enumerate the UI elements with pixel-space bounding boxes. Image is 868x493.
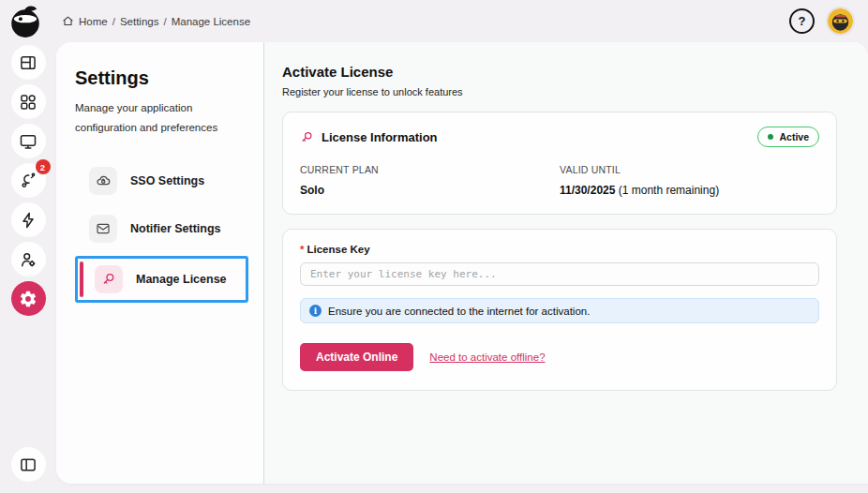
license-key-icon — [300, 130, 314, 144]
license-details: CURRENT PLAN Solo VALID UNTIL 11/30/2025… — [300, 164, 819, 197]
rail-collapse-button[interactable] — [11, 447, 46, 482]
valid-until-column: VALID UNTIL 11/30/2025 (1 month remainin… — [560, 164, 819, 197]
sidebar-item-label: Manage License — [136, 273, 227, 286]
license-key-label-row: * License Key — [300, 244, 819, 255]
current-plan-label: CURRENT PLAN — [300, 164, 560, 175]
sidebar-item-label: Notifier Settings — [130, 222, 221, 235]
activate-offline-link[interactable]: Need to activate offline? — [429, 351, 545, 363]
breadcrumb: Home / Settings / Manage License — [62, 15, 250, 27]
notification-badge: 2 — [36, 159, 51, 174]
monitor-icon — [19, 132, 37, 151]
activate-online-button[interactable]: Activate Online — [300, 343, 413, 371]
dashboard-layout-icon — [19, 53, 37, 72]
license-information-card: License Information Active CURRENT PLAN … — [282, 112, 837, 215]
sidebar-collapse-icon — [19, 456, 37, 474]
required-marker: * — [300, 244, 304, 255]
settings-sidebar: Settings Manage your application configu… — [56, 42, 264, 484]
sidebar-item-label: SSO Settings — [130, 174, 204, 187]
rail-automation-button[interactable] — [11, 202, 46, 237]
ninja-avatar-icon — [828, 8, 853, 34]
sidebar-item-sso-settings[interactable]: SSO Settings — [75, 160, 248, 202]
valid-until-label: VALID UNTIL — [560, 164, 819, 175]
user-gear-icon — [19, 250, 37, 269]
settings-title: Settings — [75, 67, 248, 89]
stethoscope-icon — [19, 172, 37, 190]
activation-card: * License Key i Ensure you are connected… — [282, 229, 837, 391]
breadcrumb-separator: / — [112, 16, 115, 27]
valid-until-note: (1 month remaining) — [619, 184, 719, 197]
page-title: Activate License — [282, 64, 837, 80]
content-area: Activate License Register your license t… — [264, 42, 868, 484]
rail-user-management-button[interactable] — [11, 242, 46, 276]
main-panel: Settings Manage your application configu… — [56, 42, 868, 484]
topbar-actions: ? — [789, 8, 853, 34]
question-mark-icon: ? — [799, 14, 806, 28]
sidebar-item-manage-license[interactable]: Manage License — [75, 256, 248, 303]
ninja-logo-icon — [7, 4, 43, 39]
activation-actions: Activate Online Need to activate offline… — [300, 343, 819, 373]
license-key-icon — [95, 265, 123, 293]
app-logo[interactable] — [7, 4, 43, 39]
current-plan-column: CURRENT PLAN Solo — [300, 164, 560, 197]
current-plan-value: Solo — [300, 184, 560, 197]
rail-devices-button[interactable] — [11, 124, 46, 158]
activation-info-text: Ensure you are connected to the internet… — [328, 306, 590, 317]
valid-until-value: 11/30/2025 (1 month remaining) — [560, 184, 819, 197]
top-bar: Home / Settings / Manage License ? — [0, 0, 868, 42]
home-icon — [62, 15, 74, 27]
rail-dashboard-button[interactable] — [11, 45, 46, 80]
status-label: Active — [779, 131, 809, 142]
rail-apps-button[interactable] — [11, 84, 46, 119]
settings-nav: SSO Settings Notifier Settings — [75, 160, 248, 303]
license-key-input[interactable] — [300, 262, 819, 286]
lightning-bolt-icon — [19, 211, 37, 230]
breadcrumb-manage-license: Manage License — [172, 16, 250, 27]
breadcrumb-separator: / — [163, 16, 166, 27]
page-subtitle: Register your license to unlock features — [282, 86, 837, 97]
license-information-header: License Information Active — [300, 127, 819, 147]
breadcrumb-settings[interactable]: Settings — [120, 16, 159, 27]
license-information-title: License Information — [322, 130, 438, 144]
settings-subtitle: Manage your application configuration an… — [75, 98, 234, 137]
mail-icon — [89, 215, 117, 243]
apps-grid-icon — [19, 93, 37, 112]
user-avatar[interactable] — [828, 8, 853, 34]
status-dot-icon — [768, 134, 773, 140]
sidebar-item-notifier-settings[interactable]: Notifier Settings — [75, 208, 248, 249]
valid-until-date: 11/30/2025 — [560, 184, 615, 197]
breadcrumb-home[interactable]: Home — [79, 16, 108, 27]
rail-settings-button[interactable] — [11, 281, 46, 316]
info-icon: i — [309, 305, 322, 317]
license-key-label: License Key — [307, 244, 369, 255]
app-window: Home / Settings / Manage License ? — [0, 0, 868, 493]
cloud-lock-icon — [89, 167, 117, 195]
activation-info-banner: i Ensure you are connected to the intern… — [300, 298, 819, 323]
rail-health-button[interactable]: 2 — [11, 163, 46, 198]
status-badge: Active — [757, 127, 819, 147]
help-button[interactable]: ? — [789, 8, 815, 34]
gear-icon — [19, 290, 37, 308]
icon-rail: 2 — [0, 43, 56, 493]
